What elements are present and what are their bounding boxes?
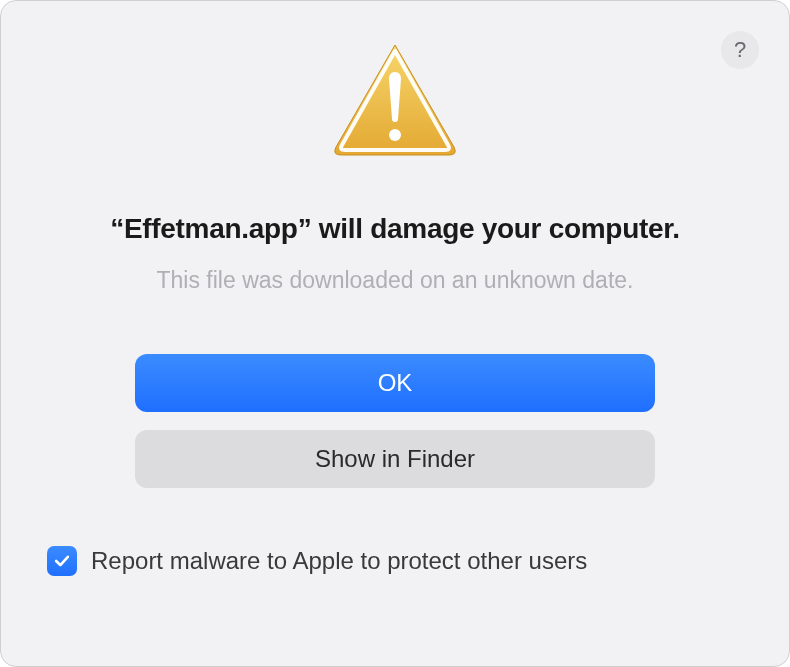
- report-malware-checkbox[interactable]: [47, 546, 77, 576]
- show-in-finder-label: Show in Finder: [315, 445, 475, 473]
- button-stack: OK Show in Finder: [135, 354, 655, 488]
- svg-point-0: [389, 129, 401, 141]
- report-malware-label[interactable]: Report malware to Apple to protect other…: [91, 547, 587, 575]
- dialog-subtitle: This file was downloaded on an unknown d…: [157, 267, 634, 294]
- ok-button-label: OK: [378, 369, 413, 397]
- dialog-title: “Effetman.app” will damage your computer…: [110, 213, 680, 245]
- alert-dialog: Crisk.com ? “Effetman.app” will damage y…: [0, 0, 790, 667]
- dialog-content: “Effetman.app” will damage your computer…: [61, 29, 729, 576]
- checkmark-icon: [52, 551, 72, 571]
- report-malware-row: Report malware to Apple to protect other…: [47, 546, 587, 576]
- help-icon: ?: [734, 37, 746, 63]
- warning-icon: [330, 39, 460, 163]
- ok-button[interactable]: OK: [135, 354, 655, 412]
- show-in-finder-button[interactable]: Show in Finder: [135, 430, 655, 488]
